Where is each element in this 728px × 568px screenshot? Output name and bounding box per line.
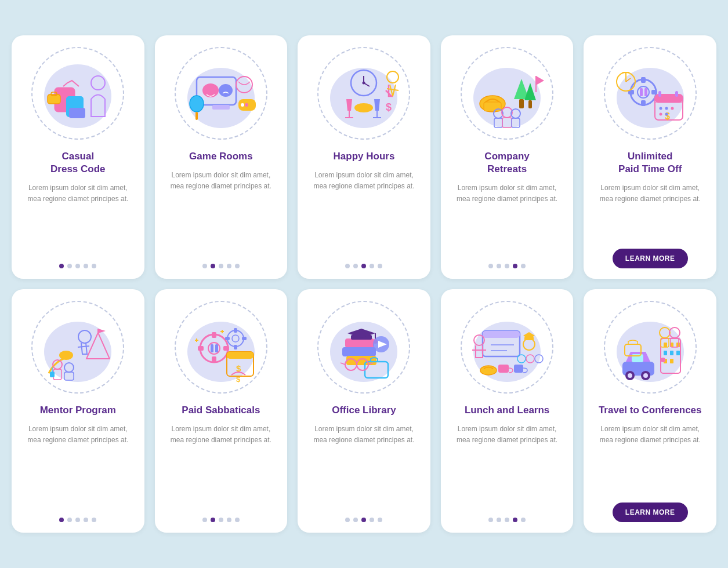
svg-point-145: [643, 373, 648, 378]
learn-more-button-2[interactable]: LEARN MORE: [613, 503, 688, 522]
svg-point-13: [241, 103, 244, 107]
card-title: Office Library: [332, 404, 396, 417]
dot-3: [227, 264, 231, 268]
card-game-rooms: Game Rooms Lorem ipsum dolor sit dim ame…: [155, 35, 288, 279]
svg-marker-39: [536, 76, 544, 85]
svg-rect-59: [675, 91, 678, 97]
svg-rect-33: [484, 102, 501, 111]
illustration-happy-hours: $: [317, 47, 410, 140]
svg-rect-134: [498, 365, 509, 373]
svg-rect-52: [651, 90, 657, 94]
card-title: Lunch and Learns: [465, 404, 549, 417]
svg-rect-98: [242, 337, 247, 340]
card-title: Unlimited Paid Time Off: [618, 150, 682, 176]
dot-2: [505, 518, 509, 522]
svg-rect-91: [211, 344, 213, 352]
dot-indicators: [488, 518, 526, 522]
illustration-unlimited-pto: $: [604, 47, 697, 140]
svg-rect-155: [670, 359, 673, 363]
dot-0: [202, 518, 207, 522]
svg-text:$: $: [386, 101, 392, 113]
card-paid-sabbaticals: $ $ Paid Sabbaticals Lorem ipsum dolor s…: [155, 289, 288, 533]
svg-rect-79: [50, 372, 55, 377]
card-body: Lorem ipsum dolor sit dim amet, mea regi…: [594, 424, 706, 494]
svg-point-27: [354, 103, 373, 112]
dot-1: [497, 518, 501, 522]
illustration-travel-conferences: [604, 301, 697, 394]
svg-rect-17: [195, 112, 198, 120]
dot-3: [513, 264, 517, 268]
svg-rect-126: [483, 331, 520, 338]
dot-2: [361, 518, 366, 522]
svg-rect-110: [342, 347, 376, 356]
dot-4: [378, 264, 382, 268]
dot-indicators: [202, 264, 240, 268]
dot-1: [211, 518, 215, 522]
svg-rect-151: [664, 351, 667, 355]
dot-1: [353, 264, 358, 268]
illustration-mentor-program: [31, 301, 124, 394]
svg-rect-135: [514, 365, 523, 373]
dot-4: [521, 264, 526, 268]
dot-0: [488, 264, 493, 268]
card-title: Company Retreats: [484, 150, 529, 176]
card-title: Casual Dress Code: [50, 150, 105, 176]
card-company-retreats: Company Retreats Lorem ipsum dolor sit d…: [441, 35, 574, 279]
dot-1: [67, 518, 72, 522]
card-body: Lorem ipsum dolor sit dim amet, mea regi…: [451, 183, 563, 256]
dot-4: [235, 518, 240, 522]
svg-rect-36: [519, 99, 524, 108]
svg-rect-37: [528, 100, 532, 108]
svg-rect-100: [227, 352, 253, 359]
card-body: Lorem ipsum dolor sit dim amet, mea regi…: [308, 424, 420, 509]
dot-3: [370, 264, 374, 268]
dot-3: [84, 264, 88, 268]
svg-rect-88: [212, 356, 216, 362]
dot-1: [211, 264, 215, 268]
svg-point-61: [659, 107, 662, 110]
svg-point-16: [190, 96, 204, 112]
svg-rect-87: [212, 332, 216, 338]
card-title: Mentor Program: [40, 404, 116, 417]
illustration-office-library: [317, 301, 410, 394]
card-body: Lorem ipsum dolor sit dim amet, mea regi…: [22, 424, 134, 509]
card-grid: Casual Dress Code Lorem ipsum dolor sit …: [12, 35, 716, 533]
illustration-paid-sabbaticals: $ $: [175, 301, 267, 394]
svg-rect-90: [223, 346, 229, 351]
dot-indicators: [59, 518, 96, 522]
illustration-casual-dress-code: [31, 47, 124, 140]
svg-rect-83: [66, 374, 73, 378]
dot-0: [345, 264, 350, 268]
svg-point-143: [628, 373, 632, 378]
card-title: Paid Sabbaticals: [182, 404, 260, 417]
svg-rect-9: [212, 105, 230, 110]
learn-more-button-1[interactable]: LEARN MORE: [613, 249, 688, 268]
dot-indicators: [202, 518, 240, 522]
svg-rect-58: [658, 91, 661, 97]
dot-2: [361, 264, 366, 268]
svg-rect-54: [644, 88, 647, 96]
card-office-library: Office Library Lorem ipsum dolor sit dim…: [298, 289, 430, 533]
dot-0: [488, 518, 493, 522]
svg-rect-109: [345, 338, 374, 348]
card-title: Travel to Conferences: [599, 404, 702, 417]
card-happy-hours: $ Happy Hours Lorem ipsum dolor sit dim …: [298, 35, 430, 279]
svg-rect-92: [215, 344, 218, 352]
dot-0: [345, 518, 350, 522]
illustration-lunch-and-learns: [461, 301, 553, 394]
dot-3: [513, 518, 517, 522]
svg-rect-96: [234, 345, 237, 349]
dot-4: [378, 518, 382, 522]
dot-3: [227, 518, 231, 522]
svg-point-65: [665, 113, 668, 116]
card-body: Lorem ipsum dolor sit dim amet, mea regi…: [165, 170, 277, 256]
card-travel-conferences: Travel to Conferences Lorem ipsum dolor …: [584, 289, 716, 533]
card-mentor-program: Mentor Program Lorem ipsum dolor sit dim…: [12, 289, 144, 533]
dot-4: [92, 518, 96, 522]
svg-point-29: [387, 71, 399, 83]
card-body: Lorem ipsum dolor sit dim amet, mea regi…: [451, 424, 563, 509]
card-unlimited-pto: $ Unlimited Paid Time Off Lorem ipsum do…: [584, 35, 716, 279]
dot-indicators: [345, 264, 382, 268]
dot-3: [84, 518, 88, 522]
svg-text:$: $: [665, 111, 670, 121]
